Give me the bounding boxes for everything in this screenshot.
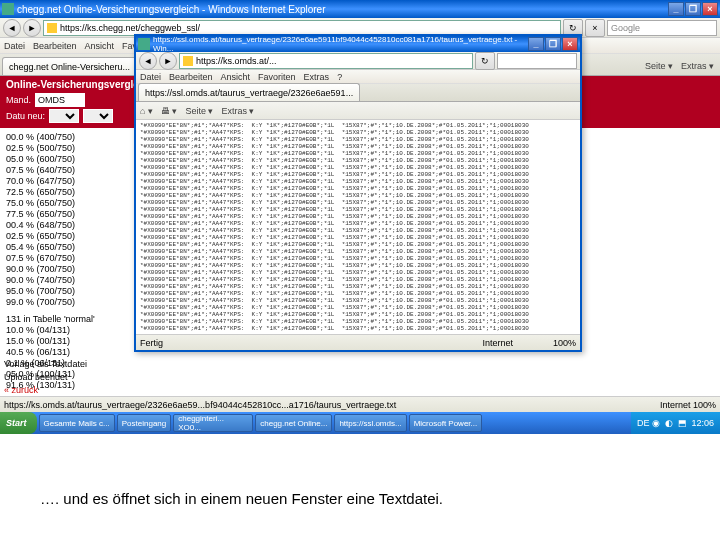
popup-menu-help[interactable]: ? [337,72,342,82]
percent-row: 05.4 % (650/750) [6,242,94,253]
start-button[interactable]: Start [0,412,37,434]
tool-home-icon[interactable]: ⌂ ▾ [140,106,153,116]
tool-page[interactable]: Seite ▾ [645,61,673,71]
popup-status-zoom: 100% [553,338,576,348]
popup-titlebar: https://ssl.omds.at/taurus_vertraege/232… [136,36,580,52]
tool-extras[interactable]: Extras ▾ [681,61,714,71]
taskbar-button[interactable]: https://ssl.omds... [334,414,406,432]
tool-print-icon[interactable]: 🖶 ▾ [161,106,178,116]
slide-caption: …. und es öffnet sich in einem neuen Fen… [40,490,443,507]
label-mand: Mand. [6,95,31,105]
tray-icon[interactable]: ◐ [665,418,675,428]
percent-row: 40.5 % (06/131) [6,347,94,358]
percent-row: 00.4 % (648/750) [6,220,94,231]
system-tray[interactable]: DE ◉ ◐ ⬒ 12:06 [631,412,720,434]
taskbar-button[interactable]: Gesamte Mails c... [39,414,115,432]
percent-row: 07.5 % (640/750) [6,165,94,176]
tray-icon[interactable]: ◉ [652,418,662,428]
status-url: https://ks.omds.at/taurus_vertraege/2326… [4,400,396,410]
upload-status: Upload beendet [4,371,87,384]
percent-row: 05.0 % (600/750) [6,154,94,165]
status-zone: Internet 100% [660,400,716,410]
browser-tab[interactable]: chegg.net Online-Versicheru...× [2,57,146,75]
popup-status-zone: Internet [482,338,513,348]
popup-tabbar: https://ssl.omds.at/taurus_vertraege/232… [136,84,580,102]
tray-lang[interactable]: DE [637,418,650,428]
menu-view[interactable]: Ansicht [85,41,115,51]
popup-toolbar: ⌂ ▾ 🖶 ▾ Seite ▾ Extras ▾ [136,102,580,120]
input-mand[interactable] [35,93,85,107]
bottom-info: Vorlage als Textdatei Upload beendet « z… [4,358,87,397]
popup-refresh-button[interactable]: ↻ [475,52,495,70]
percent-row: 70.0 % (647/750) [6,176,94,187]
window-title: chegg.net Online-Versicherungsvergleich … [17,4,668,15]
template-text: Vorlage als Textdatei [4,358,87,371]
select-b[interactable] [83,109,113,123]
percent-row: 99.0 % (700/750) [6,297,94,308]
popup-statusbar: Fertig Internet 100% [136,334,580,350]
percent-row: 02.5 % (650/750) [6,231,94,242]
popup-menu-edit[interactable]: Bearbeiten [169,72,213,82]
menu-file[interactable]: Datei [4,41,25,51]
lock-icon [47,23,57,33]
text-file-content: *#X0090*EE*8N*;#1*;*AA47*KPS: K:Y *1K*;#… [136,120,580,334]
percent-row: 95.0 % (700/750) [6,286,94,297]
tray-icon[interactable]: ⬒ [678,418,688,428]
maximize-button[interactable]: ❐ [685,2,701,16]
select-a[interactable] [49,109,79,123]
popup-back-button[interactable]: ◄ [139,52,157,70]
popup-menu-fav[interactable]: Favoriten [258,72,296,82]
popup-window: https://ssl.omds.at/taurus_vertraege/232… [134,34,582,352]
percent-row: 77.5 % (650/750) [6,209,94,220]
menu-edit[interactable]: Bearbeiten [33,41,77,51]
popup-minimize-button[interactable]: _ [528,37,544,51]
back-button[interactable]: ◄ [3,19,21,37]
popup-tab[interactable]: https://ssl.omds.at/taurus_vertraege/232… [138,83,360,101]
percent-row: 10.0 % (04/131) [6,325,94,336]
popup-search-field[interactable] [497,53,577,69]
popup-status-left: Fertig [140,338,163,348]
app-icon [2,3,14,15]
percent-row: 00.0 % (400/750) [6,132,94,143]
outer-statusbar: https://ks.omds.at/taurus_vertraege/2326… [0,396,720,412]
taskbar-button[interactable]: chegginteri... XO0... [173,414,253,432]
popup-close-button[interactable]: × [562,37,578,51]
popup-menu-file[interactable]: Datei [140,72,161,82]
popup-maximize-button[interactable]: ❐ [545,37,561,51]
popup-forward-button[interactable]: ► [159,52,177,70]
forward-button[interactable]: ► [23,19,41,37]
percent-row: 131 in Tabelle 'normal' [6,314,94,325]
popup-app-icon [138,38,150,50]
tray-clock: 12:06 [691,418,714,428]
percent-row: 90.0 % (740/750) [6,275,94,286]
percent-row: 75.0 % (650/750) [6,198,94,209]
percent-row: 90.0 % (700/750) [6,264,94,275]
left-column: 00.0 % (400/750)02.5 % (500/750)05.0 % (… [0,128,100,395]
percent-row: 02.5 % (500/750) [6,143,94,154]
stop-button[interactable]: × [585,19,605,37]
percent-row: 15.0 % (00/131) [6,336,94,347]
search-field[interactable]: Google [607,20,717,36]
windows-taskbar: Start Gesamte Mails c...Posteingangchegg… [0,412,720,434]
popup-menubar: Datei Bearbeiten Ansicht Favoriten Extra… [136,70,580,84]
percent-row: 07.5 % (670/750) [6,253,94,264]
popup-tool-page[interactable]: Seite ▾ [185,106,213,116]
popup-url-field[interactable]: https://ks.omds.at/... [179,53,473,69]
lock-icon [183,56,193,66]
taskbar-button[interactable]: Posteingang [117,414,171,432]
popup-tool-extras[interactable]: Extras ▾ [221,106,254,116]
popup-addressbar: ◄ ► https://ks.omds.at/... ↻ [136,52,580,70]
label-date: Datu neu: [6,111,45,121]
popup-menu-extras[interactable]: Extras [304,72,330,82]
popup-menu-view[interactable]: Ansicht [221,72,251,82]
percent-row: 72.5 % (650/750) [6,187,94,198]
taskbar-button[interactable]: chegg.net Online... [255,414,332,432]
close-button[interactable]: × [702,2,718,16]
minimize-button[interactable]: _ [668,2,684,16]
taskbar-button[interactable]: Microsoft Power... [409,414,483,432]
popup-title: https://ssl.omds.at/taurus_vertraege/232… [153,35,528,53]
outer-titlebar: chegg.net Online-Versicherungsvergleich … [0,0,720,18]
